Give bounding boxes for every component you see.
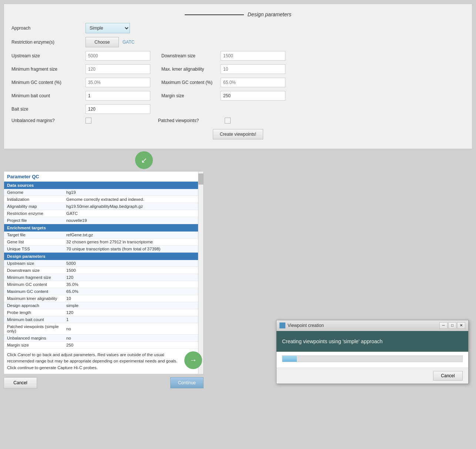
progress-bar [282,355,463,362]
approach-select[interactable]: Simple [86,23,130,33]
dialog-body: Creating viewpoints using 'simple' appro… [276,331,468,352]
table-row: Downstream size 1500 [4,267,203,274]
align-key: Alignability map [4,203,63,210]
back-arrow-icon: ↙ [141,156,147,165]
approach-label: Approach [11,26,86,31]
bait-size-input[interactable] [86,104,150,114]
qc-scrollbar[interactable] [198,172,203,374]
design-parameters-panel: Design parameters Approach Simple Restri… [4,4,472,149]
table-row: Margin size 250 [4,342,203,349]
table-row: Minimum GC content 35.0% [4,281,203,288]
min-gc-label: Minimum GC content (%) [11,80,86,85]
table-row: Design approach simple [4,302,203,309]
qc-table: Data sources Genome hg19 Initialization … [4,182,203,349]
qc-note-text: Click Cancel to go back and adjust param… [7,352,177,370]
minimize-button[interactable]: ─ [439,322,447,329]
table-row: Gene list 32 chosen genes from 27912 in … [4,239,203,246]
approach-select-wrapper[interactable]: Simple [86,23,130,33]
gatc-link[interactable]: GATC [123,40,134,45]
patched-label: Patched viewpoints? [158,118,225,123]
gene-list-key: Gene list [4,239,63,246]
back-arrow-circle[interactable]: ↙ [135,151,153,169]
unique-tss-value: 70 unique transcription starts (from tot… [63,246,203,253]
patched-checkbox[interactable] [225,118,231,124]
restriction-key: Restriction enzyme [4,210,63,217]
gene-list-value: 32 chosen genes from 27912 in transcript… [63,239,203,246]
choose-button[interactable]: Choose [86,37,119,47]
genome-value: hg19 [63,189,203,196]
unbalanced-checkbox[interactable] [86,118,91,124]
approach-row: Approach Simple [11,23,465,33]
checkbox-row: Unbalanced margins? Patched viewpoints? [11,118,465,124]
table-row: Probe length 120 [4,309,203,316]
table-row: Alignability map hg19.50mer.alignability… [4,203,203,210]
project-key: Project file [4,217,63,224]
table-row: Genome hg19 [4,189,203,196]
restriction-value: GATC [63,210,203,217]
max-kmer-input[interactable] [221,64,285,74]
continue-button[interactable]: Continue [170,377,204,388]
bait-margin-row: Minimum bait count Margin size [11,91,465,101]
table-row: Minimum fragment size 120 [4,274,203,281]
margin-input[interactable] [221,91,285,101]
downstream-input[interactable] [221,51,285,61]
max-gc-label: Maximum GC content (%) [161,80,221,85]
forward-arrow-icon: → [190,356,197,364]
unique-tss-key: Unique TSS [4,246,63,253]
init-value: Genome correctly extracted and indexed. [63,196,203,203]
design-panel-title: Design parameters [11,10,465,17]
init-key: Initialization [4,196,63,203]
dialog-cancel-area: Cancel [276,368,468,384]
target-file-value: refGene.txt.gz [63,232,203,239]
table-row: Unbalanced margins no [4,335,203,342]
min-gc-input[interactable] [86,78,150,87]
table-row: Maximum GC content 65.0% [4,288,203,295]
bottom-container: Parameter QC Data sources Genome hg19 In… [4,171,472,391]
dialog-titlebar-left: Viewpoint creation [279,323,324,328]
enrichment-header-row: Enrichment targets [4,224,203,232]
cancel-button[interactable]: Cancel [4,377,37,388]
dialog-message: Creating viewpoints using 'simple' appro… [282,338,383,344]
viewpoint-creation-dialog: Viewpoint creation ─ □ ✕ Creating viewpo… [276,320,469,384]
margin-label: Margin size [161,93,221,98]
qc-note: Click Cancel to go back and adjust param… [4,349,203,374]
project-value: nouvelle19 [63,217,203,224]
table-row: Maximum kmer alignability 10 [4,295,203,302]
bait-size-row: Bait size [11,104,465,114]
table-row: Upstream size 5000 [4,260,203,267]
data-sources-header-row: Data sources [4,182,203,189]
restore-button[interactable]: □ [448,322,456,329]
min-fragment-input[interactable] [86,64,150,74]
bottom-buttons: Cancel Continue [4,374,204,391]
design-params-header-row: Design parameters [4,253,203,260]
genome-key: Genome [4,189,63,196]
max-kmer-label: Max. kmer alignability [161,67,221,72]
restriction-enzyme-row: Restriction enzyme(s) Choose GATC [11,37,465,47]
qc-wrapper: Parameter QC Data sources Genome hg19 In… [4,171,204,391]
dialog-progress-area [276,352,468,368]
close-button[interactable]: ✕ [457,322,465,329]
unbalanced-label: Unbalanced margins? [11,118,86,123]
min-fragment-label: Minimum fragment size [11,67,86,72]
upstream-input[interactable] [86,51,150,61]
param-qc-title: Parameter QC [4,172,203,182]
restriction-enzyme-label: Restriction enzyme(s) [11,40,86,45]
qc-scrollbar-thumb[interactable] [198,173,204,185]
table-row: Patched viewpoints (simple only) no [4,323,203,335]
dialog-title-icon [279,323,285,328]
gc-content-row: Minimum GC content (%) Maximum GC conten… [11,78,465,87]
table-row: Unique TSS 70 unique transcription start… [4,246,203,253]
design-params-header: Design parameters [4,253,203,260]
dialog-cancel-button[interactable]: Cancel [433,371,463,381]
forward-arrow-circle[interactable]: → [184,351,202,369]
target-file-key: Target file [4,232,63,239]
min-bait-input[interactable] [86,91,150,101]
progress-bar-fill [282,356,297,362]
dialog-title-text: Viewpoint creation [288,323,324,328]
dialog-controls: ─ □ ✕ [439,322,465,329]
table-row: Initialization Genome correctly extracte… [4,196,203,203]
data-sources-header: Data sources [4,182,203,189]
param-qc-panel: Parameter QC Data sources Genome hg19 In… [4,171,204,374]
create-viewpoints-button[interactable]: Create viewpoints! [213,129,264,139]
max-gc-input[interactable] [221,78,285,87]
